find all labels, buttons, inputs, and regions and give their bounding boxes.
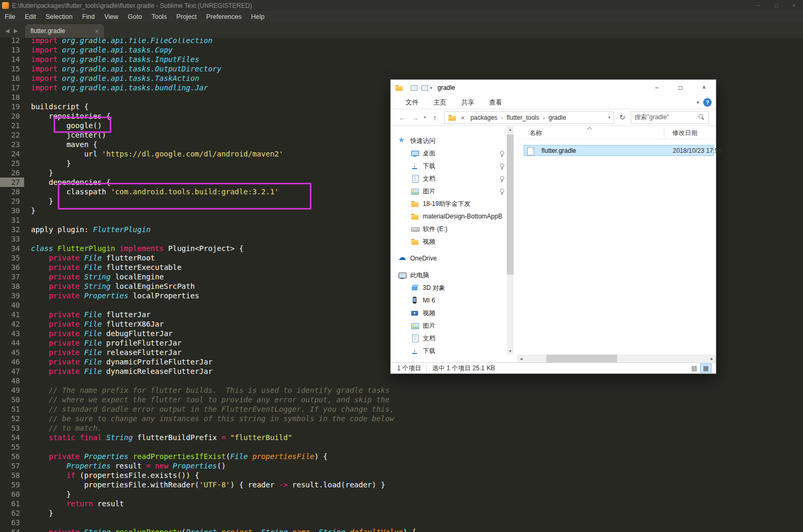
close-button[interactable]: × <box>785 0 803 11</box>
sidebar-item[interactable]: 3D 对象 <box>391 281 506 294</box>
code-line[interactable]: apply plugin: FlutterPlugin <box>31 225 416 234</box>
line-number[interactable]: 61 <box>0 499 24 508</box>
menu-goto[interactable]: Goto <box>123 13 147 20</box>
line-number[interactable]: 49 <box>0 385 24 395</box>
sidebar-item[interactable]: 视频 <box>391 235 506 248</box>
line-number[interactable]: 41 <box>0 310 24 319</box>
code-line[interactable]: import org.gradle.api.tasks.TaskAction <box>31 74 416 83</box>
code-line[interactable]: } <box>31 508 416 518</box>
sidebar-item[interactable]: 图片 <box>391 185 506 197</box>
line-number[interactable]: 58 <box>0 471 24 480</box>
line-number[interactable]: 13 <box>0 45 24 55</box>
sidebar-item[interactable]: 18-19助学金下发 <box>391 197 506 210</box>
menu-project[interactable]: Project <box>172 13 202 20</box>
menu-view[interactable]: View <box>99 13 123 20</box>
breadcrumb-item[interactable]: packages <box>468 114 500 121</box>
code-line[interactable]: import org.gradle.api.file.FileCollectio… <box>31 38 416 45</box>
breadcrumb-item[interactable]: flutter_tools <box>504 114 542 121</box>
forward-icon[interactable]: → <box>409 113 421 122</box>
code-line[interactable]: // standard Gradle error output in the F… <box>31 404 416 414</box>
search-input[interactable]: 搜索"gradle" <box>631 111 709 124</box>
code-line[interactable]: import org.gradle.api.tasks.Copy <box>31 45 416 55</box>
file-row[interactable]: flutter.gradle2018/10/23 17:55 <box>524 145 714 156</box>
scroll-right-icon[interactable]: ▸ <box>708 356 716 361</box>
code-line[interactable]: private File profileFlutterJar <box>31 338 416 348</box>
code-line[interactable]: static final String flutterBuildPrefix =… <box>31 433 416 442</box>
line-number[interactable]: 60 <box>0 489 24 499</box>
code-line[interactable]: private Properties readPropertiesIfExist… <box>31 452 416 461</box>
line-number[interactable]: 25 <box>0 159 24 168</box>
line-number[interactable]: 19 <box>0 102 24 111</box>
code-line[interactable]: } <box>31 168 416 178</box>
code-line[interactable]: private File debugFlutterJar <box>31 329 416 338</box>
sidebar-item[interactable]: 文档 <box>391 172 506 185</box>
code-line[interactable] <box>31 376 416 385</box>
code-line[interactable]: maven { <box>31 140 416 149</box>
sidebar-item[interactable]: 下载 <box>391 345 506 354</box>
code-line[interactable] <box>31 215 416 225</box>
line-number[interactable]: 62 <box>0 508 24 518</box>
line-number[interactable]: 31 <box>0 215 24 225</box>
line-number[interactable]: 22 <box>0 130 24 140</box>
sidebar-item[interactable]: materialDesign-BottomAppB <box>391 210 506 223</box>
explorer-close-button[interactable]: × <box>692 80 716 96</box>
sidebar-scrollbar[interactable]: ▴ ▾ <box>507 126 514 354</box>
tab-close-icon[interactable]: × <box>95 27 99 35</box>
menu-find[interactable]: Find <box>77 13 99 20</box>
minimize-button[interactable]: − <box>749 0 767 11</box>
line-number[interactable]: 15 <box>0 64 24 74</box>
sidebar-item[interactable]: 文档 <box>391 332 506 345</box>
code-line[interactable]: private File flutterExecutable <box>31 263 416 272</box>
line-number[interactable]: 47 <box>0 367 24 376</box>
scroll-down-icon[interactable]: ▾ <box>507 348 514 354</box>
menu-preferences[interactable]: Preferences <box>202 13 246 20</box>
code-line[interactable] <box>31 518 416 527</box>
code-line[interactable] <box>31 92 416 102</box>
line-number[interactable]: 29 <box>0 196 24 206</box>
horizontal-scrollbar[interactable]: ◂ ▸ <box>391 354 716 362</box>
sidebar-scrollbar-thumb[interactable] <box>507 134 514 275</box>
line-number[interactable]: 52 <box>0 414 24 423</box>
line-number[interactable]: 51 <box>0 404 24 414</box>
column-separator[interactable] <box>664 128 664 138</box>
sidebar-item[interactable]: MI 6 <box>391 294 506 307</box>
horizontal-scrollbar-track[interactable]: ◂ ▸ <box>517 354 716 362</box>
column-header[interactable]: 修改日期 <box>672 126 697 140</box>
line-number[interactable]: 20 <box>0 111 24 121</box>
refresh-icon[interactable]: ↻ <box>617 113 628 121</box>
line-number[interactable]: 36 <box>0 263 24 272</box>
ribbon-expand-icon[interactable]: ▾ <box>696 100 699 105</box>
line-number[interactable]: 34 <box>0 244 24 253</box>
help-icon[interactable]: ? <box>703 98 712 107</box>
line-number[interactable]: 30 <box>0 206 24 215</box>
code-line[interactable]: propertiesFile.withReader('UTF-8') { rea… <box>31 480 416 489</box>
code-line[interactable]: private String localEngineSrcPath <box>31 281 416 291</box>
line-number[interactable]: 43 <box>0 329 24 338</box>
sidebar-item[interactable]: 软件 (E:) <box>391 223 506 235</box>
thumbnails-view-button[interactable]: ▦ <box>700 363 712 373</box>
code-line[interactable]: private File flutterRoot <box>31 253 416 263</box>
line-number[interactable]: 63 <box>0 518 24 527</box>
details-view-button[interactable]: ▤ <box>689 363 700 373</box>
line-number[interactable]: 39 <box>0 291 24 300</box>
line-number[interactable]: 27 <box>0 178 24 187</box>
line-number[interactable]: 56 <box>0 452 24 461</box>
line-number[interactable]: 26 <box>0 168 24 178</box>
code-line[interactable]: private File flutterJar <box>31 310 416 319</box>
code-line[interactable]: if (propertiesFile.exists()) { <box>31 471 416 480</box>
line-number[interactable]: 21 <box>0 121 24 130</box>
breadcrumb[interactable]: « packages›flutter_tools›gradle ▾ <box>444 111 614 124</box>
code-line[interactable]: private File dynamicReleaseFlutterJar <box>31 367 416 376</box>
line-number[interactable]: 37 <box>0 272 24 281</box>
history-dropdown-icon[interactable]: ▾ <box>421 115 429 120</box>
line-number[interactable]: 45 <box>0 348 24 357</box>
back-icon[interactable]: ← <box>396 113 409 122</box>
code-line[interactable]: } <box>31 159 416 168</box>
code-line[interactable]: private String resolveProperty(Project p… <box>31 527 416 532</box>
line-number[interactable]: 17 <box>0 83 24 92</box>
line-number[interactable]: 48 <box>0 376 24 385</box>
code-line[interactable]: private File flutterX86Jar <box>31 319 416 329</box>
line-number[interactable]: 42 <box>0 319 24 329</box>
line-number[interactable]: 55 <box>0 442 24 452</box>
scroll-up-icon[interactable]: ▴ <box>507 126 514 133</box>
